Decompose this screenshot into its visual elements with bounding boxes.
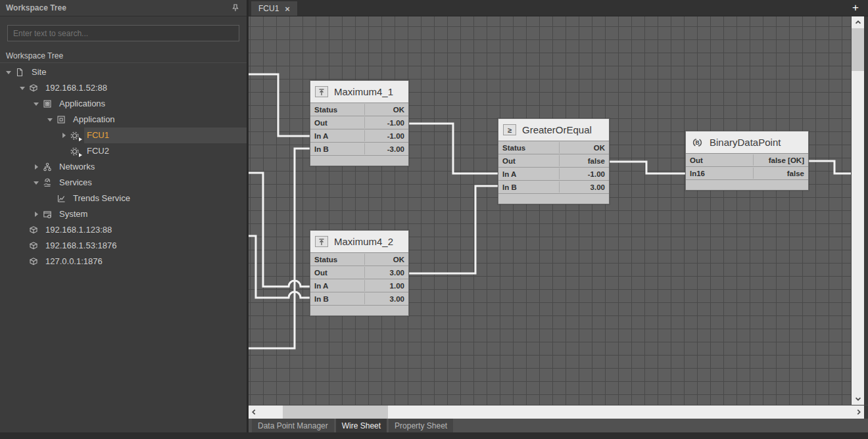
tree-item-label: 192.168.1.123:88 [43,222,247,238]
port-out[interactable]: Out -1.00 [310,116,408,129]
port-value: 3.00 [390,269,404,277]
function-block-binary-data-point[interactable]: B BinaryDataPoint Out false [OK] In16 fa… [685,131,809,191]
expander-icon[interactable] [45,118,55,122]
port-value: 3.00 [390,295,404,303]
tree-item-label: System [57,206,247,222]
port-status[interactable]: Status OK [310,103,408,116]
port-label: In B [502,183,517,191]
tree-item-applications[interactable]: Applications [0,96,247,112]
expander-icon[interactable] [32,181,41,185]
port-in-b[interactable]: In B -3.00 [310,143,408,156]
wire [610,162,685,173]
gear-arrow-overlay [79,137,82,141]
tree-item-system[interactable]: System [0,206,247,222]
workspace-tree-panel: Workspace Tree Workspace Tree Site 192.1… [0,0,247,432]
block-footer [310,156,408,166]
wire [249,236,310,298]
scroll-left-button[interactable] [249,405,259,419]
tree-item-label: FCU2 [84,143,247,159]
block-title: Maximum4_1 [334,86,393,97]
device-icon [27,83,39,93]
port-in-a[interactable]: In A -1.00 [498,168,609,181]
port-in-b[interactable]: In B 3.00 [498,181,609,194]
tab-fcu1[interactable]: FCU1 × [251,1,297,16]
close-icon[interactable]: × [285,5,290,13]
expander-icon[interactable] [4,71,13,74]
tree-item-label: 192.168.1.52:88 [43,80,247,96]
port-label: In B [314,145,329,153]
tree-item-label: Site [29,64,247,80]
tree-item-127-0-0-1[interactable]: 127.0.0.1:1876 [0,254,247,269]
port-out[interactable]: Out 3.00 [310,266,408,279]
system-icon [41,209,53,220]
function-block-greater-or-equal[interactable]: ≥ GreaterOrEqual Status OK Out false In … [498,118,610,204]
expander-icon[interactable] [32,103,41,106]
tree-item-192-168-1-123[interactable]: 192.168.1.123:88 [0,222,247,238]
horizontal-scrollbar-thumb[interactable] [283,405,388,419]
wire [249,149,310,348]
function-block-maximum4-2[interactable]: Maximum4_2 Status OK Out 3.00 In A 1.00 … [310,230,409,316]
application-icon [55,114,67,125]
expander-icon[interactable] [59,133,68,138]
block-footer [686,180,808,190]
tab-wire-sheet[interactable]: Wire Sheet [336,419,387,432]
port-value: 3.00 [591,183,605,191]
port-label: Status [314,106,337,114]
tab-data-point-manager[interactable]: Data Point Manager [252,419,334,432]
tab-property-sheet[interactable]: Property Sheet [389,419,453,432]
wire-sheet-canvas[interactable]: Maximum4_1 Status OK Out -1.00 In A -1.0… [249,16,851,405]
expander-icon[interactable] [18,87,27,90]
expander-icon[interactable] [32,164,41,170]
port-value: false [OK] [769,156,804,164]
search-input[interactable] [7,25,239,41]
scroll-up-button[interactable] [852,16,864,28]
port-in16[interactable]: In16 false [686,167,808,180]
port-in-a[interactable]: In A 1.00 [310,279,408,292]
horizontal-scroll-track[interactable] [259,405,854,419]
horizontal-scrollbar[interactable] [249,405,868,419]
add-tab-button[interactable]: + [848,1,863,15]
port-label: In B [314,295,329,303]
port-in-a[interactable]: In A -1.00 [310,129,408,143]
port-out[interactable]: Out false [498,154,609,168]
tree-item-192-168-1-52[interactable]: 192.168.1.52:88 [0,80,247,96]
expander-icon[interactable] [32,212,41,217]
tree-item-services[interactable]: Services [0,175,247,191]
port-status[interactable]: Status OK [498,141,609,154]
block-header: Maximum4_1 [310,81,408,103]
port-in-b[interactable]: In B 3.00 [310,292,408,306]
vertical-scrollbar-thumb[interactable] [852,28,864,71]
editor-panel: FCU1 × + Maximum4_1 [249,0,868,439]
port-status[interactable]: Status OK [310,253,408,266]
port-value: 1.00 [390,282,404,290]
tree-item-application[interactable]: Application [0,112,247,127]
tree-item-fcu1[interactable]: FCU1 [0,127,247,143]
block-footer [498,194,609,204]
chevron-left-icon [250,407,258,417]
tab-label: FCU1 [258,4,279,13]
panel-header: Workspace Tree [0,0,247,16]
binary-data-point-icon: B [690,137,704,148]
vertical-scrollbar[interactable] [851,16,864,405]
port-value: -3.00 [387,145,404,153]
document-tab-bar: FCU1 × + [249,0,868,16]
port-value: OK [594,144,605,152]
tree-item-networks[interactable]: Networks [0,159,247,175]
port-label: Status [502,144,525,152]
tree-item-label: 127.0.0.1:1876 [43,254,247,269]
device-icon [27,256,39,267]
search-area [0,16,247,49]
scroll-right-button[interactable] [854,405,864,419]
tree-item-trends-service[interactable]: Trends Service [0,191,247,206]
tree-item-192-168-1-53[interactable]: 192.168.1.53:1876 [0,238,247,254]
pin-icon[interactable] [230,3,241,13]
scroll-down-button[interactable] [852,393,864,405]
function-block-maximum4-1[interactable]: Maximum4_1 Status OK Out -1.00 In A -1.0… [310,80,409,166]
tree-item-label: Networks [57,159,247,175]
port-out[interactable]: Out false [OK] [686,154,808,167]
port-label: Out [314,119,327,127]
tree-item-label: 192.168.1.53:1876 [43,238,247,254]
tree-item-fcu2[interactable]: FCU2 [0,143,247,159]
vertical-scroll-track[interactable] [852,28,864,393]
tree-item-site[interactable]: Site [0,64,247,80]
